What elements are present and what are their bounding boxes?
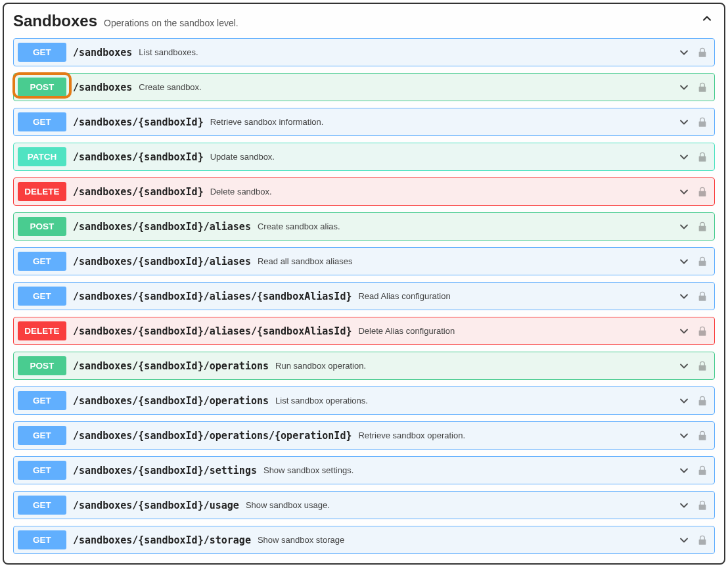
chevron-down-icon[interactable] <box>677 116 691 129</box>
endpoint-path: /sandboxes/{sandboxId}/aliases/{sandboxA… <box>73 290 352 302</box>
lock-icon[interactable] <box>697 187 708 197</box>
endpoint-description: Retrieve sandbox information. <box>210 117 324 127</box>
method-badge: GET <box>18 43 66 62</box>
endpoint-row[interactable]: POST/sandboxesCreate sandbox. <box>13 73 715 101</box>
endpoint-path: /sandboxes/{sandboxId}/aliases <box>73 256 251 267</box>
chevron-down-icon[interactable] <box>677 151 691 164</box>
endpoint-description: Show sandbox storage <box>258 535 344 545</box>
method-badge: GET <box>18 426 66 445</box>
chevron-down-icon[interactable] <box>677 255 691 268</box>
chevron-down-icon[interactable] <box>677 290 691 303</box>
chevron-down-icon[interactable] <box>677 81 691 94</box>
endpoint-row[interactable]: DELETE/sandboxes/{sandboxId}Delete sandb… <box>13 177 715 206</box>
api-section-panel: Sandboxes Operations on the sandbox leve… <box>3 3 725 565</box>
lock-icon[interactable] <box>697 82 708 93</box>
endpoint-row[interactable]: GET/sandboxesList sandboxes. <box>13 38 715 66</box>
endpoint-row[interactable]: GET/sandboxes/{sandboxId}/operationsList… <box>13 386 715 415</box>
chevron-down-icon[interactable] <box>677 499 691 512</box>
endpoint-description: Update sandbox. <box>210 152 275 162</box>
endpoint-row[interactable]: POST/sandboxes/{sandboxId}/aliasesCreate… <box>13 212 715 241</box>
endpoint-row[interactable]: PATCH/sandboxes/{sandboxId}Update sandbo… <box>13 143 715 171</box>
endpoint-description: Delete Alias configuration <box>358 326 455 336</box>
method-badge: POST <box>18 217 66 236</box>
lock-icon[interactable] <box>697 465 708 476</box>
chevron-down-icon[interactable] <box>677 394 691 407</box>
lock-icon[interactable] <box>697 152 708 162</box>
lock-icon[interactable] <box>697 535 708 546</box>
endpoint-path: /sandboxes/{sandboxId}/operations <box>73 360 269 372</box>
endpoint-path: /sandboxes/{sandboxId}/usage <box>73 500 239 511</box>
endpoint-description: Read Alias configuration <box>358 291 450 301</box>
endpoint-row[interactable]: GET/sandboxes/{sandboxId}Retrieve sandbo… <box>13 108 715 136</box>
collapse-section-toggle[interactable] <box>700 12 714 25</box>
lock-icon[interactable] <box>697 256 708 267</box>
endpoint-row[interactable]: GET/sandboxes/{sandboxId}/aliasesRead al… <box>13 247 715 275</box>
chevron-down-icon[interactable] <box>677 325 691 338</box>
lock-icon[interactable] <box>697 326 708 337</box>
endpoint-path: /sandboxes <box>73 81 132 93</box>
endpoint-row[interactable]: GET/sandboxes/{sandboxId}/settingsShow s… <box>13 456 715 484</box>
endpoint-description: List sandboxes. <box>139 47 198 57</box>
method-badge: DELETE <box>18 321 66 340</box>
lock-icon[interactable] <box>697 117 708 128</box>
chevron-down-icon[interactable] <box>677 46 691 59</box>
endpoint-path: /sandboxes/{sandboxId}/storage <box>73 534 251 546</box>
lock-icon[interactable] <box>697 396 708 406</box>
method-badge: POST <box>18 356 66 375</box>
lock-icon[interactable] <box>697 430 708 441</box>
endpoint-row[interactable]: DELETE/sandboxes/{sandboxId}/aliases/{sa… <box>13 317 715 345</box>
endpoint-path: /sandboxes/{sandboxId}/aliases <box>73 221 251 233</box>
method-badge: GET <box>18 252 66 271</box>
lock-icon[interactable] <box>697 221 708 232</box>
endpoint-path: /sandboxes <box>73 47 132 58</box>
method-badge: GET <box>18 287 66 306</box>
chevron-down-icon[interactable] <box>677 534 691 547</box>
method-badge: GET <box>18 530 66 549</box>
lock-icon[interactable] <box>697 291 708 302</box>
chevron-down-icon[interactable] <box>677 464 691 477</box>
endpoint-row[interactable]: POST/sandboxes/{sandboxId}/operationsRun… <box>13 352 715 380</box>
endpoint-description: Show sandbox settings. <box>263 465 353 475</box>
method-badge: POST <box>18 78 66 97</box>
endpoint-path: /sandboxes/{sandboxId} <box>73 151 204 163</box>
endpoint-row[interactable]: GET/sandboxes/{sandboxId}/usageShow sand… <box>13 491 715 519</box>
endpoint-path: /sandboxes/{sandboxId} <box>73 186 204 198</box>
method-badge: GET <box>18 496 66 515</box>
endpoint-path: /sandboxes/{sandboxId}/operations <box>73 395 269 407</box>
endpoint-list: GET/sandboxesList sandboxes.POST/sandbox… <box>13 38 715 554</box>
chevron-up-icon <box>700 12 714 25</box>
method-badge: GET <box>18 112 66 131</box>
endpoint-path: /sandboxes/{sandboxId}/settings <box>73 465 257 476</box>
endpoint-row[interactable]: GET/sandboxes/{sandboxId}/storageShow sa… <box>13 526 715 554</box>
chevron-down-icon[interactable] <box>677 429 691 442</box>
endpoint-description: Create sandbox. <box>139 82 201 92</box>
section-description: Operations on the sandbox level. <box>104 18 239 28</box>
endpoint-description: Show sandbox usage. <box>246 500 330 510</box>
endpoint-path: /sandboxes/{sandboxId} <box>73 116 204 128</box>
method-badge: GET <box>18 391 66 410</box>
lock-icon[interactable] <box>697 361 708 371</box>
endpoint-description: List sandbox operations. <box>275 396 368 406</box>
endpoint-row[interactable]: GET/sandboxes/{sandboxId}/aliases/{sandb… <box>13 282 715 310</box>
endpoint-description: Run sandbox operation. <box>275 361 366 371</box>
lock-icon[interactable] <box>697 47 708 58</box>
section-header[interactable]: Sandboxes Operations on the sandbox leve… <box>13 12 715 30</box>
lock-icon[interactable] <box>697 500 708 511</box>
chevron-down-icon[interactable] <box>677 220 691 233</box>
endpoint-description: Create sandbox alias. <box>258 221 340 231</box>
endpoint-description: Retrieve sandbox operation. <box>358 430 465 440</box>
endpoint-description: Read all sandbox aliases <box>258 256 353 266</box>
method-badge: DELETE <box>18 182 66 201</box>
method-badge: PATCH <box>18 147 66 166</box>
endpoint-row[interactable]: GET/sandboxes/{sandboxId}/operations/{op… <box>13 421 715 450</box>
endpoint-description: Delete sandbox. <box>210 187 272 197</box>
chevron-down-icon[interactable] <box>677 185 691 198</box>
chevron-down-icon[interactable] <box>677 360 691 373</box>
method-badge: GET <box>18 461 66 480</box>
endpoint-path: /sandboxes/{sandboxId}/aliases/{sandboxA… <box>73 325 352 337</box>
section-title: Sandboxes <box>13 12 97 30</box>
endpoint-path: /sandboxes/{sandboxId}/operations/{opera… <box>73 430 352 442</box>
